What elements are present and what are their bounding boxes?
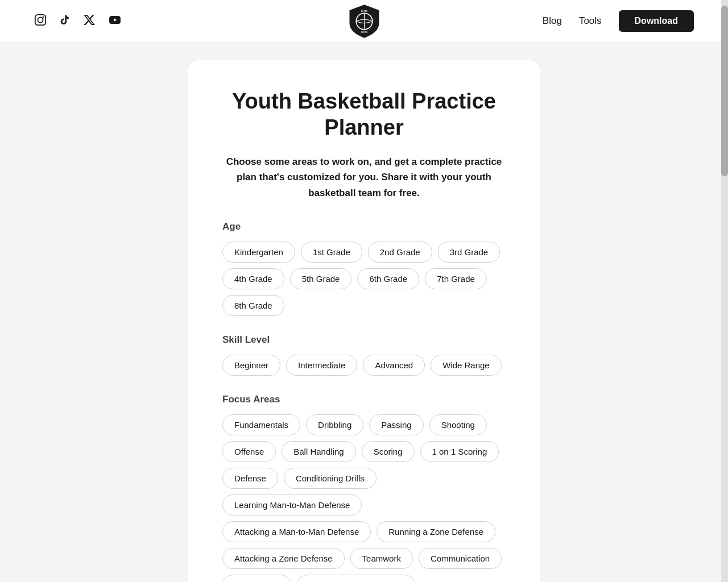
focus-area-tag[interactable]: Attacking a Zone Defense [222, 548, 345, 569]
focus-areas-section: Focus Areas FundamentalsDribblingPassing… [222, 394, 506, 582]
focus-area-tag[interactable]: Learn Man-to-Man Press [297, 575, 415, 582]
focus-area-tag[interactable]: Fundamentals [222, 414, 300, 435]
skill-level-tag[interactable]: Wide Range [431, 355, 502, 376]
tools-link[interactable]: Tools [579, 15, 602, 27]
age-tag[interactable]: 6th Grade [357, 268, 419, 289]
focus-area-tag[interactable]: Conditioning Drills [284, 468, 377, 489]
focus-area-tag[interactable]: Just for Fun [222, 575, 291, 582]
focus-area-tag[interactable]: Learning Man-to-Man Defense [222, 494, 362, 516]
main-content: Youth Basketball PracticePlanner Choose … [0, 43, 728, 582]
skill-level-tag[interactable]: Intermediate [286, 355, 357, 376]
focus-area-tag[interactable]: 1 on 1 Scoring [420, 441, 499, 462]
focus-area-tag[interactable]: Teamwork [350, 548, 413, 569]
focus-area-tag[interactable]: Attacking a Man-to-Man Defense [222, 521, 371, 542]
age-section: Age Kindergarten1st Grade2nd Grade3rd Gr… [222, 221, 506, 316]
nav-header: ELITE HOOPS Blog Tools Download [0, 0, 728, 43]
focus-area-tag[interactable]: Passing [369, 414, 423, 435]
age-tag[interactable]: 3rd Grade [438, 242, 500, 263]
age-tag[interactable]: 2nd Grade [368, 242, 432, 263]
instagram-icon[interactable] [34, 14, 47, 29]
age-tag[interactable]: 8th Grade [222, 295, 284, 316]
focus-area-tag[interactable]: Communication [419, 548, 502, 569]
focus-areas-label: Focus Areas [222, 394, 506, 405]
tiktok-icon[interactable] [59, 14, 71, 29]
focus-area-tag[interactable]: Dribbling [306, 414, 363, 435]
focus-area-tag[interactable]: Scoring [362, 441, 415, 462]
focus-area-tag[interactable]: Ball Handling [282, 441, 355, 462]
age-tag[interactable]: 7th Grade [425, 268, 487, 289]
focus-area-tag[interactable]: Offense [222, 441, 276, 462]
focus-area-tag[interactable]: Shooting [429, 414, 487, 435]
logo-container[interactable]: ELITE HOOPS [344, 1, 384, 41]
focus-area-tag[interactable]: Running a Zone Defense [377, 521, 495, 542]
age-tags: Kindergarten1st Grade2nd Grade3rd Grade4… [222, 242, 506, 316]
age-label: Age [222, 221, 506, 232]
social-nav [34, 14, 122, 29]
page-title: Youth Basketball PracticePlanner [222, 89, 506, 140]
svg-point-2 [43, 16, 44, 18]
planner-card: Youth Basketball PracticePlanner Choose … [188, 60, 540, 582]
skill-level-section: Skill Level BeginnerIntermediateAdvanced… [222, 334, 506, 376]
download-button[interactable]: Download [619, 10, 694, 32]
svg-point-1 [38, 17, 43, 22]
age-tag[interactable]: 5th Grade [290, 268, 352, 289]
age-tag[interactable]: 1st Grade [301, 242, 362, 263]
skill-level-tags: BeginnerIntermediateAdvancedWide Range [222, 355, 506, 376]
age-tag[interactable]: Kindergarten [222, 242, 295, 263]
age-tag[interactable]: 4th Grade [222, 268, 284, 289]
page-description: Choose some areas to work on, and get a … [222, 154, 506, 201]
skill-level-tag[interactable]: Beginner [222, 355, 280, 376]
main-nav: Blog Tools Download [543, 10, 694, 32]
svg-text:ELITE: ELITE [361, 9, 367, 12]
skill-level-label: Skill Level [222, 334, 506, 346]
svg-rect-0 [35, 14, 46, 24]
focus-area-tags: FundamentalsDribblingPassingShootingOffe… [222, 414, 506, 582]
focus-area-tag[interactable]: Defense [222, 468, 278, 489]
blog-link[interactable]: Blog [543, 15, 562, 27]
skill-level-tag[interactable]: Advanced [363, 355, 425, 376]
twitter-icon[interactable] [83, 14, 96, 29]
svg-text:HOOPS: HOOPS [361, 31, 368, 34]
youtube-icon[interactable] [108, 14, 122, 28]
